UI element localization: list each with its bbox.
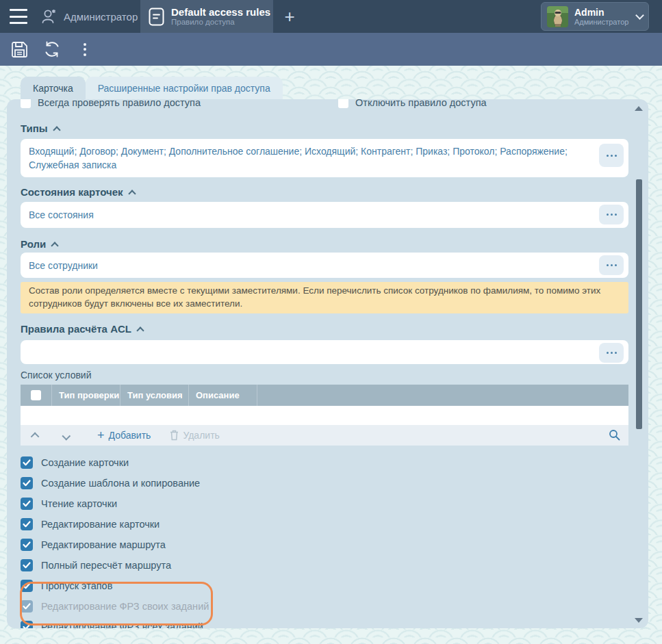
acl-value (21, 340, 628, 351)
roles-value: Все сотрудники (21, 253, 628, 278)
scrollbar-thumb[interactable] (636, 179, 642, 429)
acl-field[interactable] (21, 340, 628, 364)
search-icon[interactable] (609, 429, 620, 441)
permission-label: Редактирование маршрута (41, 539, 166, 550)
permissions-list: Создание карточки Создание шаблона и коп… (21, 452, 628, 628)
permission-label: Редактирование ФРЗ всех заданий (41, 621, 203, 628)
permission-label: Создание шаблона и копирование (41, 478, 200, 489)
section-title: Роли (21, 238, 46, 250)
permission-label: Редактирование карточки (41, 519, 160, 530)
checkbox-label: Отключить правило доступа (355, 99, 487, 108)
section-title: Типы (21, 123, 48, 134)
column-header: Описание (189, 385, 257, 406)
user-asterisk-icon (40, 8, 58, 25)
command-bar (0, 33, 662, 66)
permission-label: Создание карточки (41, 457, 129, 468)
conditions-table: Тип проверкиТип условияОписание + Добави… (21, 385, 628, 446)
checkbox-checked-icon[interactable] (21, 477, 33, 489)
permission-row[interactable]: Редактирование карточки (21, 514, 628, 534)
section-title: Правила расчёта ACL (21, 323, 131, 335)
acl-picker-button[interactable] (599, 343, 624, 363)
select-all-cell (21, 385, 52, 406)
workspace-switcher[interactable]: Администратор (40, 0, 138, 33)
types-field[interactable]: Входящий; Договор; Документ; Дополнитель… (21, 139, 628, 177)
card-tab-subtitle: Правило доступа (171, 18, 270, 27)
avatar (547, 6, 568, 27)
scroll-down-icon[interactable] (635, 618, 643, 623)
section-acl-header[interactable]: Правила расчёта ACL (21, 323, 628, 335)
permission-label: Пропуск этапов (41, 580, 112, 591)
section-states-header[interactable]: Состояния карточек (21, 186, 628, 198)
permission-row[interactable]: Чтение карточки (21, 493, 628, 514)
column-header: Тип условия (120, 385, 189, 406)
checkbox-checked-icon[interactable] (21, 580, 33, 592)
tab-default-access-rules[interactable]: Default access rules Правило доступа (140, 0, 273, 33)
delete-label: Удалить (183, 430, 219, 441)
checkbox-box[interactable] (338, 99, 348, 108)
states-picker-button[interactable] (599, 205, 624, 224)
permission-row[interactable]: Пропуск этапов (21, 576, 628, 596)
checkbox-checked-icon[interactable] (21, 498, 33, 510)
role-notice: Состав роли определяется вместе с текущи… (21, 282, 628, 313)
permission-row[interactable]: Создание шаблона и копирование (21, 473, 628, 493)
collapse-caret-icon (136, 326, 144, 334)
refresh-button[interactable] (42, 40, 62, 59)
permission-row[interactable]: Редактирование маршрута (21, 534, 628, 555)
section-types-header[interactable]: Типы (21, 123, 628, 134)
checkbox-checked-icon[interactable] (21, 539, 33, 551)
checkbox-checked-icon[interactable] (21, 600, 33, 613)
header-filler (257, 385, 628, 406)
permission-row[interactable]: Редактирование ФРЗ своих заданий (21, 596, 628, 617)
card-tab-title: Default access rules (171, 6, 270, 18)
permission-row[interactable]: Редактирование ФРЗ всех заданий (21, 617, 628, 628)
menu-icon[interactable] (10, 9, 27, 24)
checkbox-checked-icon[interactable] (21, 518, 33, 530)
top-checkbox-row: Всегда проверять правило доступа Отключи… (21, 99, 628, 112)
checkbox-box[interactable] (21, 99, 31, 108)
save-button[interactable] (10, 40, 29, 59)
more-actions-button[interactable] (75, 40, 94, 59)
roles-field[interactable]: Все сотрудники (21, 253, 628, 278)
select-all-checkbox[interactable] (31, 390, 41, 400)
checkbox-checked-icon[interactable] (21, 456, 33, 469)
add-label: Добавить (109, 430, 151, 441)
trash-icon (170, 430, 179, 441)
new-tab-button[interactable]: + (273, 0, 306, 33)
move-down-button[interactable] (62, 431, 71, 440)
user-name: Admin (574, 7, 628, 18)
view-tabs: Карточка Расширенные настройки прав дост… (21, 77, 283, 99)
permission-label: Чтение карточки (41, 498, 117, 509)
checkbox-checked-icon[interactable] (21, 621, 33, 628)
states-field[interactable]: Все состояния (21, 202, 628, 228)
move-up-button[interactable] (31, 432, 40, 441)
checkbox-disable-rule[interactable]: Отключить правило доступа (338, 99, 487, 112)
permission-row[interactable]: Создание карточки (21, 452, 628, 473)
types-picker-button[interactable] (599, 144, 624, 167)
section-roles-header[interactable]: Роли (21, 238, 628, 250)
user-menu[interactable]: Admin Администратор (541, 2, 649, 31)
conditions-table-header: Тип проверкиТип условияОписание (21, 385, 628, 406)
chevron-down-icon (635, 11, 644, 20)
collapse-caret-icon (51, 242, 59, 249)
add-condition-button[interactable]: + Добавить (97, 430, 151, 441)
permission-label: Редактирование ФРЗ своих заданий (41, 601, 209, 612)
top-bar: Администратор Default access rules Прави… (0, 0, 662, 33)
collapse-caret-icon (128, 190, 136, 197)
column-header: Тип проверки (52, 385, 120, 406)
permission-label: Полный пересчёт маршрута (41, 560, 171, 571)
checkbox-checked-icon[interactable] (21, 559, 33, 571)
scroll-up-icon[interactable] (635, 106, 643, 111)
states-value: Все состояния (21, 202, 628, 227)
conditions-label: Список условий (21, 370, 628, 381)
delete-condition-button[interactable]: Удалить (170, 430, 219, 441)
types-value: Входящий; Договор; Документ; Дополнитель… (21, 139, 628, 177)
tab-advanced-access[interactable]: Расширенные настройки прав доступа (86, 77, 283, 99)
app-root: Администратор Default access rules Прави… (0, 0, 662, 644)
roles-picker-button[interactable] (599, 255, 624, 275)
checkbox-always-check-rule[interactable]: Всегда проверять правило доступа (21, 99, 201, 108)
tab-card[interactable]: Карточка (21, 77, 86, 99)
plus-icon: + (97, 430, 105, 440)
permission-row[interactable]: Полный пересчёт маршрута (21, 555, 628, 576)
conditions-empty-row[interactable] (21, 406, 628, 425)
collapse-caret-icon (53, 126, 60, 133)
